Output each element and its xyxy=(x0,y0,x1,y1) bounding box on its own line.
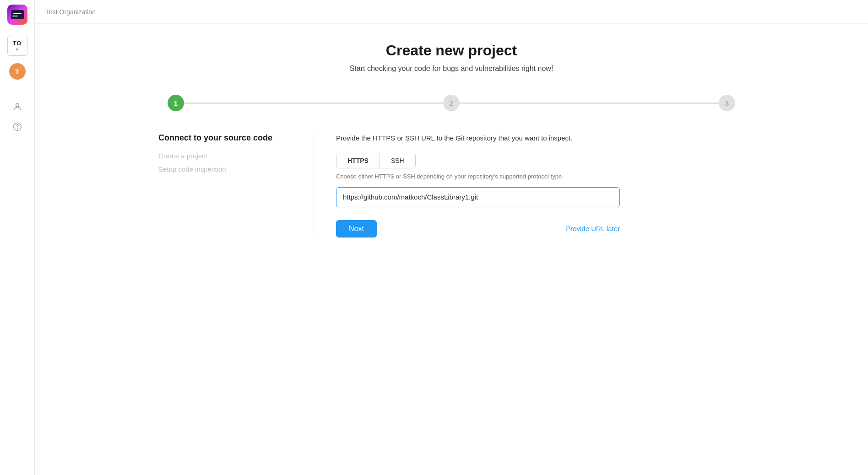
chevron-down-icon: ▾ xyxy=(16,47,18,52)
url-input[interactable] xyxy=(336,187,620,207)
wizard-right-panel: Provide the HTTPS or SSH URL to the Git … xyxy=(314,133,744,238)
step-1: 1 xyxy=(168,95,184,111)
avatar[interactable]: T xyxy=(9,63,26,80)
ssh-button[interactable]: SSH xyxy=(380,153,415,168)
topbar: Test Organization xyxy=(35,0,868,24)
page-heading: Create new project Start checking your c… xyxy=(350,42,553,73)
content-area: Create new project Start checking your c… xyxy=(35,24,868,475)
wizard-panel: Connect to your source code Create a pro… xyxy=(158,133,744,238)
org-switcher[interactable]: TO ▾ xyxy=(7,36,27,56)
help-icon xyxy=(13,122,22,131)
wizard-left-panel: Connect to your source code Create a pro… xyxy=(158,133,314,238)
stepper: 1 2 3 xyxy=(158,95,744,111)
wizard-step-create-project: Create a project xyxy=(158,152,295,160)
provide-url-later-link[interactable]: Provide URL later xyxy=(566,225,620,232)
right-description: Provide the HTTPS or SSH URL to the Git … xyxy=(336,133,744,144)
action-row: Next Provide URL later xyxy=(336,220,620,238)
svg-point-0 xyxy=(16,103,19,107)
protocol-toggle: HTTPS SSH xyxy=(336,153,416,168)
step-line-1 xyxy=(184,103,443,104)
page-title: Create new project xyxy=(350,42,553,59)
main-content: Test Organization Create new project Sta… xyxy=(35,0,868,475)
https-button[interactable]: HTTPS xyxy=(336,153,380,168)
active-step-title: Connect to your source code xyxy=(158,133,295,143)
next-button[interactable]: Next xyxy=(336,220,377,238)
app-logo[interactable] xyxy=(7,5,27,25)
step-line-2 xyxy=(460,103,719,104)
protocol-hint: Choose either HTTPS or SSH depending on … xyxy=(336,173,744,180)
user-icon xyxy=(13,102,22,111)
wizard-step-setup-inspection: Setup code inspection xyxy=(158,165,295,173)
step-3: 3 xyxy=(719,95,735,111)
topbar-org-name: Test Organization xyxy=(46,8,96,16)
avatar-letter: T xyxy=(15,68,19,76)
page-subtitle: Start checking your code for bugs and vu… xyxy=(350,65,553,73)
svg-point-2 xyxy=(17,129,17,129)
sidebar: TO ▾ T xyxy=(0,0,35,475)
step-2: 2 xyxy=(443,95,460,111)
sidebar-item-user[interactable] xyxy=(9,98,26,115)
org-switcher-label: TO xyxy=(13,40,22,47)
sidebar-item-help[interactable] xyxy=(9,119,26,135)
sidebar-divider xyxy=(8,89,27,89)
